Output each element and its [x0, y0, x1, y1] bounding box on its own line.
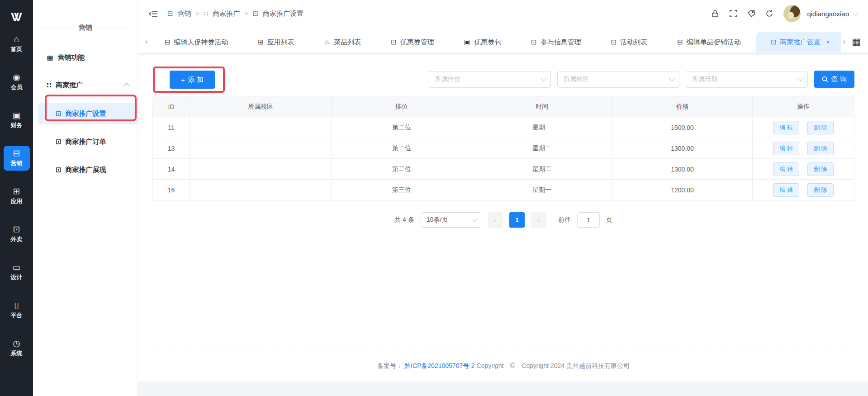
breadcrumb-item-promo-settings[interactable]: 商家推广设置 [263, 10, 304, 18]
tab-dish-list[interactable]: ♨ 菜品列表 [309, 32, 376, 52]
finance-icon: ▣ [13, 111, 21, 120]
cell-price: 1300.00 [612, 159, 752, 180]
rail-item-member[interactable]: ◉ 会员 [4, 70, 30, 95]
delete-button[interactable]: 删 除 [807, 183, 834, 197]
tab-participation-info[interactable]: ⊡ 参与信息管理 [516, 32, 596, 52]
tab-label: 应用列表 [267, 38, 294, 47]
table-row: 16 第三位 星期一 1200.00 编 辑 删 除 [153, 180, 854, 200]
fullscreen-icon[interactable] [729, 10, 737, 18]
select-placeholder: 所属校区 [564, 75, 589, 83]
breadcrumb-item-marketing[interactable]: 营销 [178, 10, 191, 18]
next-page-button[interactable]: › [531, 212, 546, 228]
tab-coupon-package[interactable]: ▣ 优惠券包 [449, 32, 516, 52]
rail-item-system[interactable]: ◷ 系统 [4, 336, 30, 361]
tab-close-icon[interactable]: × [826, 38, 830, 46]
sidebar-item-promo-settings[interactable]: ⊡ 商家推广设置 [38, 103, 138, 124]
rail-label: 财务 [11, 121, 23, 129]
cell-campus [190, 180, 332, 200]
folder-icon: ⊡ [253, 10, 259, 18]
delete-button[interactable]: 删 除 [807, 162, 834, 176]
submenu-label: 商家推广订单 [66, 138, 106, 146]
sidebar-fold-icon[interactable] [149, 10, 157, 17]
tabs-scroll-left-icon[interactable]: ‹ [143, 37, 150, 52]
copyright-text: Copyright 2024 贵州越前科技有限公司 [522, 362, 630, 369]
share-icon: ∷ [204, 10, 209, 18]
sidebar-item-promo-display[interactable]: ⊡ 商家推广展现 [38, 159, 138, 181]
add-button[interactable]: + 添 加 [170, 71, 215, 89]
tab-edit-single-item-promo[interactable]: ⊟ 编辑单品促销活动 [662, 32, 756, 52]
filter-rank-select[interactable]: 所属排位 [429, 71, 551, 88]
cell-rank: 第三位 [332, 180, 472, 200]
folder-icon: ⊡ [56, 110, 62, 118]
tabs-scroll-right-icon[interactable]: › [841, 37, 847, 52]
submenu-label: 商家推广展现 [66, 166, 106, 174]
edit-button[interactable]: 编 辑 [773, 121, 799, 134]
marketing-icon: ⊟ [13, 149, 20, 158]
beian-link[interactable]: 黔ICP备2021005707号-2 [404, 362, 475, 369]
goto-page-input[interactable] [577, 212, 600, 228]
tabs-overview-icon[interactable]: ▦ [847, 36, 862, 52]
rail-item-apps[interactable]: ⊞ 应用 [4, 184, 30, 209]
cell-actions: 编 辑 删 除 [753, 159, 854, 180]
cell-rank: 第二位 [332, 117, 472, 138]
rail-label: 应用 [11, 197, 23, 205]
sidebar-item-marketing-functions[interactable]: ▦ 营销功能 [33, 48, 138, 67]
query-button-label: 查 询 [831, 75, 847, 84]
tab-activity-list[interactable]: ⊡ 活动列表 [596, 32, 663, 52]
refresh-icon[interactable] [765, 10, 773, 18]
user-menu[interactable]: qidiangaoxiao [807, 10, 856, 18]
app-logo[interactable]: VV [11, 3, 22, 32]
tab-edit-mega-coupon-activity[interactable]: ⊟ 编辑大促神券活动 [150, 32, 243, 52]
footer: 备案号： 黔ICP备2021005707号-2 Copyright © Copy… [152, 352, 854, 382]
delete-button[interactable]: 删 除 [807, 121, 834, 134]
sidebar-item-promo-orders[interactable]: ⊡ 商家推广订单 [38, 131, 138, 153]
tag-icon[interactable] [747, 10, 755, 18]
filter-campus-select[interactable]: 所属校区 [557, 71, 679, 88]
page-size-select[interactable]: 10条/页 [421, 212, 481, 228]
cell-id: 14 [153, 159, 190, 180]
chevron-down-icon [471, 216, 477, 222]
marketing-icon: ⊟ [167, 10, 173, 18]
column-header-campus: 所属校区 [190, 96, 332, 117]
query-button[interactable]: 查 询 [814, 71, 854, 88]
bottom-strip [138, 382, 868, 396]
cell-price: 1200.00 [612, 180, 752, 200]
prev-page-button[interactable]: ‹ [488, 212, 503, 228]
table-row: 11 第二位 星期一 1500.00 编 辑 删 除 [153, 117, 854, 138]
breadcrumb-item-merchant-promo[interactable]: 商家推广 [213, 10, 240, 18]
tab-app-list[interactable]: ⊞ 应用列表 [243, 32, 309, 52]
edit-button[interactable]: 编 辑 [773, 142, 799, 155]
rail-item-design[interactable]: ▭ 设计 [4, 260, 30, 285]
edit-button[interactable]: 编 辑 [773, 183, 799, 197]
rail-item-marketing[interactable]: ⊟ 营销 [4, 146, 30, 171]
lock-icon[interactable] [711, 10, 719, 18]
system-icon: ◷ [13, 339, 20, 348]
rail-label: 平台 [11, 311, 23, 320]
takeout-icon: ⊡ [13, 225, 20, 234]
cell-time: 星期一 [472, 117, 612, 138]
rail-item-takeout[interactable]: ⊡ 外卖 [4, 222, 30, 247]
current-page-button[interactable]: 1 [509, 212, 525, 228]
platform-icon: ▯ [14, 301, 19, 310]
rail-item-finance[interactable]: ▣ 财务 [4, 108, 30, 133]
delete-button[interactable]: 删 除 [807, 142, 834, 155]
filter-date-select[interactable]: 所属日期 [686, 71, 808, 88]
home-icon: ⌂ [14, 35, 19, 44]
cell-price: 1500.00 [612, 117, 752, 138]
rail-label: 首页 [11, 45, 23, 53]
tab-coupon-management[interactable]: ⊡ 优惠券管理 [376, 32, 449, 52]
edit-button[interactable]: 编 辑 [773, 162, 799, 176]
content-panel: + 添 加 所属排位 所属校区 所属日期 [138, 55, 868, 382]
goto-label: 前往 [558, 216, 571, 224]
user-avatar[interactable] [783, 5, 801, 22]
cell-id: 13 [153, 138, 190, 159]
sidebar-item-merchant-promo[interactable]: ∷ 商家推广 [33, 75, 138, 95]
tab-promo-settings[interactable]: ⊡ 商家推广设置 × [756, 32, 841, 52]
cell-id: 11 [153, 117, 190, 138]
tab-label: 活动列表 [620, 38, 647, 47]
rail-item-platform[interactable]: ▯ 平台 [4, 298, 30, 323]
chevron-down-icon [852, 10, 858, 16]
open-tabs: 列表 ⊟ 编辑大促神券活动 ⊞ 应用列表 ♨ 菜品列表 ⊡ 优惠券管理 [150, 32, 841, 52]
rail-item-home[interactable]: ⌂ 首页 [4, 32, 30, 57]
copyright-word: Copyright [477, 362, 504, 369]
